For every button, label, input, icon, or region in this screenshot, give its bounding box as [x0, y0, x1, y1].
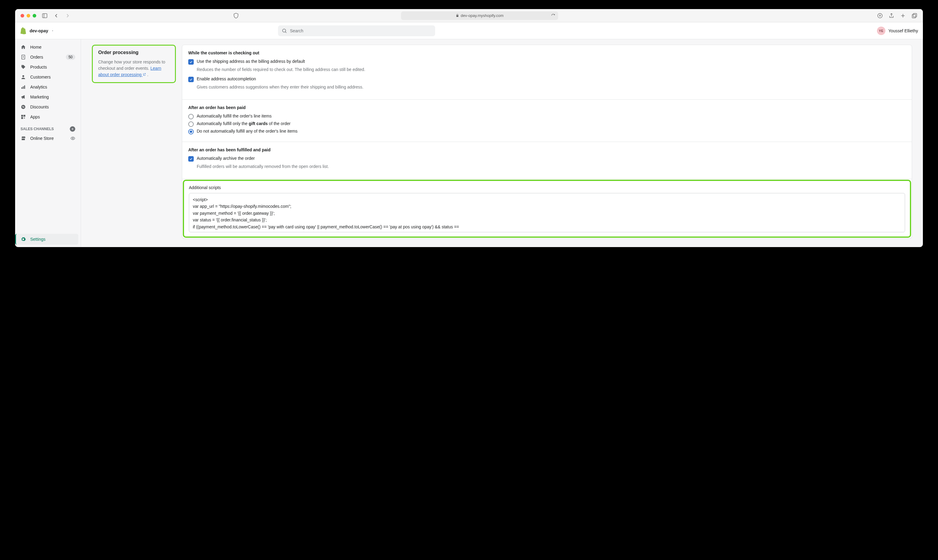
- scripts-textarea[interactable]: <script> var app_url = "https://opay-sho…: [189, 193, 905, 232]
- store-icon: [20, 135, 26, 141]
- option-address-autocomplete[interactable]: Enable address autocompletion: [188, 77, 906, 82]
- marketing-icon: [20, 94, 26, 100]
- share-icon[interactable]: [889, 13, 895, 19]
- analytics-icon: [20, 84, 26, 90]
- radio-unchecked-icon[interactable]: [188, 122, 194, 127]
- checkbox-checked-icon[interactable]: [188, 59, 194, 65]
- order-processing-info-panel: Order processing Change how your store r…: [92, 45, 176, 83]
- option-fulfill-giftcards[interactable]: Automatically fulfill only the gift card…: [188, 121, 906, 127]
- url-text: dev-opay.myshopify.com: [461, 13, 504, 18]
- minimize-window-button[interactable]: [26, 14, 30, 17]
- panel-description: Change how your store responds to checko…: [98, 59, 169, 78]
- option-help: Reduces the number of fields required to…: [197, 66, 906, 73]
- panel-title: Order processing: [98, 50, 169, 55]
- section-checkout: While the customer is checking out Use t…: [182, 45, 912, 100]
- main-content: Order processing Change how your store r…: [81, 39, 923, 247]
- svg-rect-5: [913, 13, 917, 17]
- option-fulfill-none[interactable]: Do not automatically fulfill any of the …: [188, 129, 906, 134]
- gear-icon: [20, 237, 26, 242]
- sidebar-item-label: Settings: [30, 237, 46, 242]
- radio-unchecked-icon[interactable]: [188, 114, 194, 119]
- sidebar-item-analytics[interactable]: Analytics: [17, 82, 78, 92]
- search-input[interactable]: Search: [278, 25, 435, 36]
- svg-rect-11: [22, 87, 22, 89]
- svg-rect-18: [21, 117, 23, 119]
- store-name: dev-opay: [29, 28, 48, 33]
- svg-rect-12: [23, 86, 24, 89]
- orders-icon: [20, 54, 26, 60]
- svg-rect-19: [24, 117, 25, 118]
- section-after-fulfilled: After an order has been fulfilled and pa…: [182, 142, 912, 179]
- sidebar-item-label: Products: [30, 65, 47, 69]
- user-name: Youssef Elliethy: [889, 28, 918, 33]
- checkbox-checked-icon[interactable]: [188, 77, 194, 82]
- app-header: dev-opay Search YE Youssef Elliethy: [15, 22, 923, 39]
- option-label: Automatically fulfill the order's line i…: [197, 114, 906, 118]
- svg-text:%: %: [22, 106, 25, 108]
- svg-point-7: [283, 29, 286, 32]
- sidebar-item-home[interactable]: Home: [17, 42, 78, 52]
- orders-badge: 50: [66, 54, 75, 60]
- sidebar-item-online-store[interactable]: Online Store: [17, 134, 78, 143]
- store-selector[interactable]: dev-opay: [20, 27, 54, 34]
- window-controls: [20, 14, 36, 17]
- apps-icon: [20, 114, 26, 120]
- svg-rect-16: [21, 115, 23, 117]
- back-button[interactable]: [53, 13, 59, 19]
- sidebar-item-customers[interactable]: Customers: [17, 72, 78, 82]
- option-label: Enable address autocompletion: [197, 77, 906, 81]
- sidebar-item-discounts[interactable]: %Discounts: [17, 102, 78, 112]
- sidebar-item-products[interactable]: Products: [17, 62, 78, 72]
- sidebar-toggle-icon[interactable]: [42, 13, 48, 19]
- option-label: Use the shipping address as the billing …: [197, 59, 906, 64]
- reload-icon[interactable]: [551, 14, 555, 17]
- add-channel-button[interactable]: [70, 126, 75, 132]
- sidebar-item-label: Discounts: [30, 105, 49, 109]
- option-shipping-as-billing[interactable]: Use the shipping address as the billing …: [188, 59, 906, 65]
- tabs-icon[interactable]: [912, 13, 918, 19]
- search-placeholder: Search: [290, 28, 303, 33]
- checkbox-checked-icon[interactable]: [188, 156, 194, 162]
- sidebar-item-apps[interactable]: Apps: [17, 112, 78, 122]
- close-window-button[interactable]: [20, 14, 24, 17]
- sidebar-item-label: Online Store: [30, 136, 54, 141]
- option-label: Automatically archive the order: [197, 156, 906, 161]
- new-tab-icon[interactable]: [900, 13, 906, 19]
- sidebar-item-marketing[interactable]: Marketing: [17, 92, 78, 102]
- svg-point-10: [22, 75, 24, 77]
- customers-icon: [20, 74, 26, 80]
- svg-line-8: [285, 32, 286, 33]
- sidebar-item-label: Home: [30, 45, 42, 49]
- radio-checked-icon[interactable]: [188, 129, 194, 134]
- svg-rect-6: [912, 14, 916, 18]
- search-icon: [282, 28, 287, 34]
- products-icon: [20, 64, 26, 70]
- section-title: After an order has been paid: [188, 105, 906, 110]
- settings-card: While the customer is checking out Use t…: [182, 45, 912, 238]
- option-help: Gives customers address suggestions when…: [197, 84, 906, 90]
- maximize-window-button[interactable]: [32, 14, 36, 17]
- section-additional-scripts: Additional scripts <script> var app_url …: [183, 180, 911, 238]
- svg-rect-13: [24, 86, 25, 89]
- forward-button[interactable]: [65, 13, 71, 19]
- sidebar-item-settings[interactable]: Settings: [15, 234, 78, 245]
- shield-icon[interactable]: [233, 13, 239, 19]
- svg-point-22: [72, 138, 74, 139]
- sidebar-section-channels: SALES CHANNELS: [15, 122, 81, 134]
- lock-icon: [456, 14, 459, 17]
- user-menu[interactable]: YE Youssef Elliethy: [877, 26, 918, 35]
- section-title: After an order has been fulfilled and pa…: [188, 148, 906, 152]
- option-label: Do not automatically fulfill any of the …: [197, 129, 906, 134]
- view-store-icon[interactable]: [71, 136, 75, 141]
- sidebar-item-label: Marketing: [30, 95, 49, 99]
- option-auto-archive[interactable]: Automatically archive the order: [188, 156, 906, 162]
- sidebar-item-orders[interactable]: Orders50: [17, 52, 78, 62]
- download-icon[interactable]: [877, 13, 883, 19]
- address-bar[interactable]: dev-opay.myshopify.com: [401, 11, 558, 20]
- section-title: While the customer is checking out: [188, 51, 906, 55]
- sidebar-item-label: Apps: [30, 114, 40, 119]
- sidebar: Home Orders50 Products Customers Analyti…: [15, 39, 81, 247]
- option-fulfill-all[interactable]: Automatically fulfill the order's line i…: [188, 114, 906, 119]
- svg-rect-17: [23, 115, 25, 117]
- sidebar-item-label: Analytics: [30, 85, 47, 89]
